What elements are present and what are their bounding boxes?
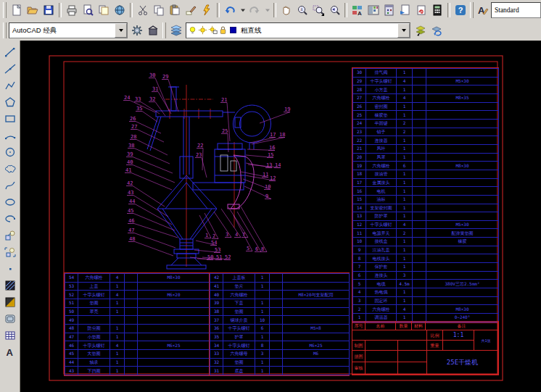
polygon-button[interactable] [1,93,18,110]
drawing-canvas[interactable]: 3029313224333526272838394041424344454647… [20,41,541,392]
cut-button[interactable] [135,2,151,18]
part-remark: M5×30 [426,220,499,229]
new-button[interactable] [9,2,25,18]
part-qty: 4 [110,274,125,283]
polyline-button[interactable] [1,77,18,93]
part-material [413,102,426,111]
part-name: 上盖板 [223,274,255,283]
chevron-down-icon[interactable] [115,23,127,38]
properties-button[interactable]: A [350,2,366,18]
part-name: 十字头螺钉 [78,291,110,299]
quickcalc-button[interactable] [429,2,445,18]
copy-button[interactable] [151,2,167,18]
layer-properties-button[interactable] [168,22,184,38]
redo-button[interactable] [247,2,263,18]
part-no: 40 [210,291,223,299]
revcloud-button[interactable] [1,160,18,177]
undo-button[interactable] [222,2,238,18]
toolbar-grip[interactable] [3,2,7,18]
lock-icon[interactable] [218,25,228,36]
svg-text:15: 15 [268,152,273,158]
swatch-icon[interactable] [228,25,238,36]
part-no: 17 [353,178,366,187]
ellipse-arc-button[interactable] [1,210,18,227]
undo-icon [224,4,236,16]
part-material [270,316,283,325]
markup-button[interactable] [413,2,429,18]
matchprops-button[interactable] [183,2,199,18]
part-no: 43 [65,367,78,375]
pan-button[interactable] [278,2,294,18]
part-no: 23 [353,128,366,136]
part-material [270,307,283,316]
ellipse-button[interactable] [1,193,18,210]
makecurrent-button[interactable] [413,22,429,38]
hatch-button[interactable] [1,277,18,293]
insert-block-button[interactable] [1,227,18,243]
part-no: 28 [353,86,366,94]
redo-drop-button[interactable] [263,2,271,18]
text-style-icon: A [477,4,489,16]
web-button[interactable] [112,2,128,18]
workspace-combobox[interactable]: AutoCAD 经典 [9,22,128,38]
parts-table: 42上盖板141垫片140六角螺栓M8×20与支架配用39下盖138垫圈137钢… [210,273,350,375]
circle-button[interactable] [1,143,18,160]
chevron-down-icon[interactable] [397,23,410,38]
sheetset-icon [400,4,411,16]
part-qty: 1 [397,254,413,263]
line-button[interactable] [1,43,18,60]
mtext-button[interactable]: A [1,343,18,360]
part-no: 27 [353,93,366,102]
save-button[interactable] [41,2,57,18]
plot-button[interactable] [64,2,80,18]
undo-drop-button[interactable] [238,2,247,18]
designcenter-button[interactable] [366,2,381,18]
wsettings-button[interactable] [129,22,145,38]
toolbar-grip[interactable] [3,22,7,38]
zoom-window-button[interactable] [310,2,326,18]
svg-text:22: 22 [197,143,203,149]
sunvp-icon[interactable] [208,25,218,36]
text-style-combobox[interactable]: Standard [491,2,541,18]
toolbar-grip[interactable] [470,2,474,18]
toolbar-grip[interactable] [162,22,166,38]
open-icon [27,4,38,16]
part-no: 54 [65,274,78,283]
toolpalettes-button[interactable] [381,2,397,18]
region-button[interactable] [1,310,18,327]
zoom-previous-button[interactable] [326,2,342,18]
part-name: 六角螺栓 [366,93,397,102]
part-remark [426,119,499,128]
svg-text:29: 29 [162,74,168,80]
spline-button[interactable] [1,177,18,193]
myworkspace-button[interactable] [145,22,161,38]
table-button[interactable] [1,327,18,343]
arc-button[interactable] [1,127,18,143]
gradient-button[interactable] [1,293,18,310]
layer-combobox[interactable]: 粗直线 [186,22,410,38]
publish-button[interactable] [96,2,112,18]
blockedit-button[interactable] [199,2,215,18]
xline-button[interactable] [1,60,18,77]
make-block-button[interactable] [1,243,18,260]
sun-icon[interactable] [198,25,207,36]
preview-button[interactable] [80,2,96,18]
open-button[interactable] [25,2,41,18]
part-name: 排气阀 [366,69,397,78]
bulb-icon[interactable] [188,25,197,36]
rectangle-button[interactable] [1,110,18,127]
zoom-realtime-button[interactable]: ± [294,2,310,18]
layerprev-button[interactable] [429,22,445,38]
sheetset-button[interactable] [397,2,413,18]
paste-button[interactable] [167,2,183,18]
callout-3: 3 [214,212,231,238]
part-qty: 1 [110,358,125,367]
part-material [270,299,283,307]
parts-table-right: 30排气阀129十字头螺钉4M5×3028小方盖127六角螺栓4M8×3526密… [352,67,499,323]
text-style-button[interactable]: A [476,2,491,18]
part-qty: 1 [255,358,270,367]
callout-25: 25 [221,128,228,152]
point-button[interactable] [1,260,18,277]
help-button[interactable]: ? [453,2,468,18]
part-name: 下盖 [223,299,255,307]
